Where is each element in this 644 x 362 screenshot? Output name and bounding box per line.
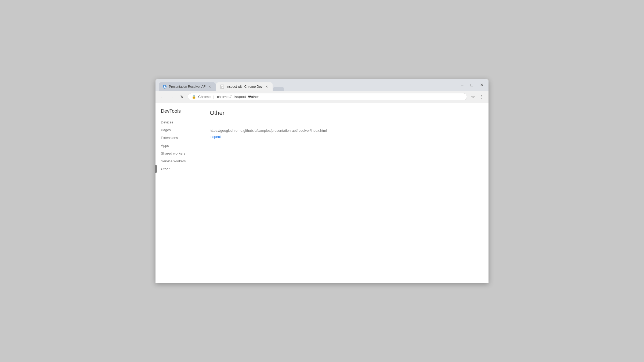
- tab-blank[interactable]: [273, 87, 284, 91]
- main-area: Other https://googlechrome.github.io/sam…: [201, 103, 489, 283]
- sidebar-item-extensions[interactable]: Extensions: [155, 134, 201, 142]
- inspect-link[interactable]: inspect: [210, 135, 221, 139]
- sidebar-item-service-workers[interactable]: Service workers: [155, 157, 201, 165]
- sidebar: DevTools Devices Pages Extensions Apps S…: [155, 103, 201, 283]
- sidebar-item-devices-label: Devices: [161, 120, 173, 124]
- sidebar-title: DevTools: [155, 108, 201, 118]
- window-controls: – □ ✕: [458, 81, 489, 91]
- entry-url: https://googlechrome.github.io/samples/p…: [210, 129, 480, 133]
- section-divider: [210, 123, 480, 123]
- tab-strip: Presentation Receiver AF ✕ Inspect with …: [155, 82, 458, 91]
- sidebar-item-devices[interactable]: Devices: [155, 118, 201, 126]
- sidebar-item-pages[interactable]: Pages: [155, 126, 201, 134]
- svg-point-1: [164, 86, 165, 87]
- sidebar-item-apps-label: Apps: [161, 144, 169, 148]
- more-button[interactable]: ⋮: [478, 93, 485, 101]
- tab-presentation-close[interactable]: ✕: [208, 85, 212, 89]
- page-title: Other: [210, 109, 480, 116]
- back-button[interactable]: ←: [159, 93, 166, 101]
- tab-presentation[interactable]: Presentation Receiver AF ✕: [159, 82, 216, 91]
- minimize-button[interactable]: –: [458, 81, 466, 89]
- url-suffix: /#other: [248, 95, 259, 99]
- sidebar-item-shared-workers[interactable]: Shared workers: [155, 149, 201, 157]
- sidebar-active-indicator: [155, 165, 157, 173]
- page-icon: [220, 85, 224, 89]
- sidebar-item-pages-label: Pages: [161, 128, 171, 132]
- sidebar-nav: Devices Pages Extensions Apps Shared wor…: [155, 118, 201, 173]
- main-content: DevTools Devices Pages Extensions Apps S…: [155, 103, 489, 283]
- sidebar-item-extensions-label: Extensions: [161, 136, 178, 140]
- maximize-button[interactable]: □: [468, 81, 476, 89]
- entry-item: https://googlechrome.github.io/samples/p…: [210, 129, 480, 139]
- tab-inspect[interactable]: Inspect with Chrome Dev ✕: [216, 82, 273, 91]
- sidebar-item-shared-workers-label: Shared workers: [161, 151, 185, 155]
- url-bar[interactable]: 🔒 Chrome | chrome://inspect/#other: [188, 93, 467, 100]
- forward-button[interactable]: →: [168, 93, 176, 101]
- reload-button[interactable]: ↻: [178, 93, 186, 101]
- url-actions: ☆ ⋮: [469, 93, 485, 101]
- url-prefix: chrome://: [217, 95, 231, 99]
- sidebar-item-apps[interactable]: Apps: [155, 142, 201, 149]
- title-bar: Presentation Receiver AF ✕ Inspect with …: [155, 79, 489, 91]
- sidebar-item-other-label: Other: [161, 167, 170, 171]
- tab-inspect-label: Inspect with Chrome Dev: [226, 85, 262, 89]
- sidebar-item-service-workers-label: Service workers: [161, 159, 186, 163]
- browser-window: Presentation Receiver AF ✕ Inspect with …: [155, 79, 489, 283]
- close-button[interactable]: ✕: [478, 81, 485, 89]
- tab-inspect-close[interactable]: ✕: [265, 85, 269, 89]
- favorite-button[interactable]: ☆: [469, 93, 477, 101]
- address-bar: ← → ↻ 🔒 Chrome | chrome://inspect/#other…: [155, 91, 489, 103]
- url-inspect: inspect: [234, 95, 246, 99]
- tab-presentation-label: Presentation Receiver AF: [169, 85, 205, 89]
- sidebar-item-other[interactable]: Other: [155, 165, 201, 173]
- security-icon: 🔒: [192, 95, 196, 99]
- chrome-extension-icon: [162, 85, 167, 89]
- url-origin: Chrome: [198, 95, 211, 99]
- url-separator: |: [213, 95, 214, 99]
